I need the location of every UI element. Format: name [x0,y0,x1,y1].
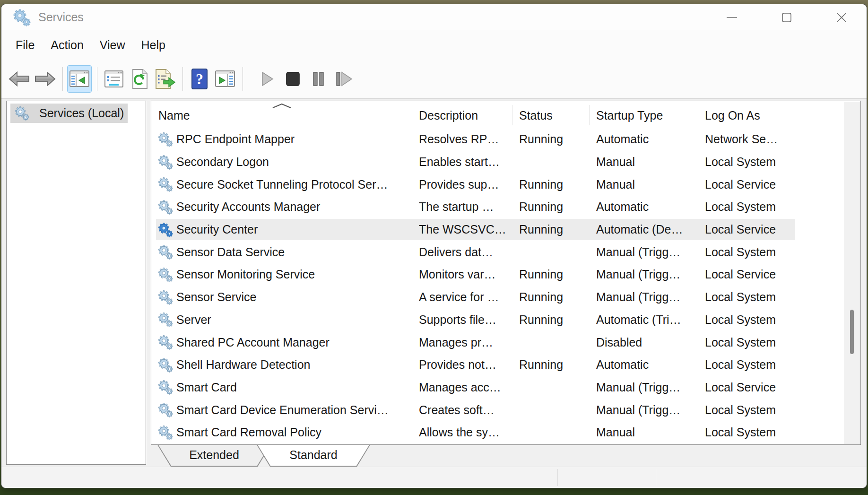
service-gear-icon [157,402,173,418]
cell-log-on-as: Local Service [698,268,794,281]
table-row[interactable]: Security Center The WSCSVC… Running Auto… [151,218,860,241]
cell-startup-type: Disabled [590,336,698,349]
stop-service-button[interactable] [280,65,305,93]
close-button[interactable] [828,5,855,30]
menu-view[interactable]: View [92,35,133,55]
restart-icon [335,71,353,87]
start-service-button[interactable] [255,65,279,93]
table-row[interactable]: RPC Endpoint Mapper Resolves RP… Running… [151,128,860,151]
service-gear-icon [157,267,173,283]
table-row[interactable]: Security Accounts Manager The startup … … [151,196,860,218]
cell-description: Monitors var… [412,268,512,281]
export-list-button[interactable] [153,65,177,93]
table-row[interactable]: Smart Card Removal Policy Allows the sy…… [151,421,860,444]
service-gear-icon [157,334,173,350]
restart-service-button[interactable] [331,65,356,93]
table-row[interactable]: Smart Card Device Enumeration Servi… Cre… [151,399,860,421]
cell-startup-type: Manual (Trigg… [590,381,698,394]
service-name: Smart Card Removal Policy [176,426,321,439]
table-row[interactable]: Sensor Monitoring Service Monitors var… … [151,263,860,286]
stop-icon [285,71,300,87]
cell-log-on-as: Local System [698,200,794,214]
window-controls [718,4,855,30]
service-gear-icon [157,222,173,238]
cell-description: Delivers dat… [412,245,512,259]
cell-description: Manages acc… [412,381,512,394]
cell-description: The WSCSVC… [412,223,512,236]
services-list-area: Name Description Status Startup Type Log… [151,101,861,467]
service-gear-icon [157,176,173,192]
menu-action[interactable]: Action [43,35,91,55]
table-row[interactable]: Server Supports file… Running Automatic … [151,309,860,331]
cell-status: Running [512,268,590,281]
cell-log-on-as: Local System [698,313,794,327]
cell-name: Smart Card Removal Policy [151,425,412,441]
cell-name: Sensor Service [151,289,412,305]
main-content: Services (Local) Name Description Status… [1,99,867,467]
cell-startup-type: Automatic [590,132,698,146]
table-row[interactable]: Shared PC Account Manager Manages pr… Di… [151,331,860,354]
cell-startup-type: Automatic [590,358,698,372]
table-row[interactable]: Smart Card Manages acc… Manual (Trigg… L… [151,376,860,399]
cell-startup-type: Manual (Trigg… [590,403,698,417]
cell-name: RPC Endpoint Mapper [151,131,412,148]
column-header-description[interactable]: Description [412,101,512,128]
menu-help[interactable]: Help [133,35,174,55]
cell-log-on-as: Local System [698,155,794,169]
cell-description: Enables start… [412,155,512,169]
cell-startup-type: Manual [590,178,698,191]
minimize-button[interactable] [718,5,746,30]
pause-service-button[interactable] [306,65,330,93]
cell-log-on-as: Network Se… [698,132,794,146]
cell-description: The startup … [412,200,512,214]
column-header-name[interactable]: Name [151,101,412,128]
maximize-button[interactable] [773,5,800,30]
cell-name: Shell Hardware Detection [151,357,412,373]
toolbar-separator [62,67,63,91]
column-header-startup-type[interactable]: Startup Type [590,101,698,128]
service-gear-icon [157,425,173,441]
menu-file[interactable]: File [16,35,43,55]
service-name: Shell Hardware Detection [176,358,310,372]
cell-description: A service for … [412,290,512,304]
cell-log-on-as: Local System [698,245,794,259]
cell-name: Sensor Monitoring Service [151,267,412,283]
service-gear-icon [157,131,173,148]
show-action-pane-button[interactable] [213,65,237,93]
show-console-tree-button[interactable] [67,65,92,93]
table-row[interactable]: Sensor Service A service for … Running M… [151,286,860,309]
back-button[interactable] [7,65,32,93]
tree-item-services-local[interactable]: Services (Local) [10,104,128,123]
table-row[interactable]: Shell Hardware Detection Provides not… R… [151,354,860,376]
pause-icon [311,71,326,87]
column-header-log-on-as[interactable]: Log On As [698,101,794,128]
service-gear-icon [157,312,173,328]
service-name: Security Center [176,223,258,236]
refresh-button[interactable] [127,65,152,93]
console-tree-panel: Services (Local) [6,101,146,465]
service-name: Sensor Service [176,290,257,304]
service-name: Shared PC Account Manager [176,336,330,349]
forward-arrow-icon [34,70,56,87]
cell-log-on-as: Local System [698,426,794,439]
services-list-panel: Name Description Status Startup Type Log… [151,101,861,445]
tab-standard[interactable]: Standard [257,445,370,467]
table-row[interactable]: Sensor Data Service Delivers dat… Manual… [151,241,860,263]
service-name: RPC Endpoint Mapper [176,132,295,146]
column-headers: Name Description Status Startup Type Log… [151,101,860,128]
service-gear-icon [157,289,173,305]
table-row[interactable]: Secure Socket Tunneling Protocol Ser… Pr… [151,173,860,196]
cell-startup-type: Automatic (Tri… [590,313,698,327]
scrollbar-thumb[interactable] [850,310,854,354]
table-row[interactable]: Secondary Logon Enables start… Manual Lo… [151,151,860,174]
vertical-scrollbar[interactable] [844,102,860,444]
console-tree-icon [69,70,89,87]
cell-description: Resolves RP… [412,132,512,146]
column-header-status[interactable]: Status [512,101,590,128]
forward-button[interactable] [33,65,57,93]
window-title: Services [38,10,84,24]
service-name: Sensor Data Service [176,245,285,259]
help-button[interactable]: ? [187,65,212,93]
properties-button[interactable] [102,65,126,93]
tab-extended[interactable]: Extended [157,445,271,467]
